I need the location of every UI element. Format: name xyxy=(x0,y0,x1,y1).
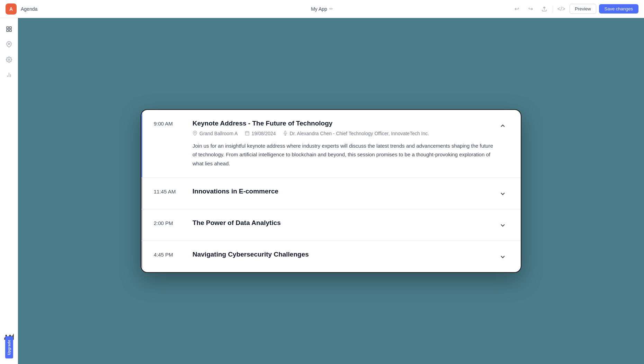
svg-point-6 xyxy=(8,59,10,60)
agenda-location-1: Grand Ballroom A xyxy=(193,131,238,137)
agenda-item-2: 11:45 AM Innovations in E-commerce xyxy=(141,178,521,209)
settings-icon xyxy=(6,57,12,64)
topbar-divider xyxy=(553,6,553,12)
agenda-card: 9:00 AM Keynote Address - The Future of … xyxy=(141,109,521,273)
agenda-meta-1: Grand Ballroom A 19/08/2024 xyxy=(193,131,497,137)
agenda-title-4: Navigating Cybersecurity Challenges xyxy=(193,251,497,258)
item-bar-3 xyxy=(141,209,142,241)
canvas: 9:00 AM Keynote Address - The Future of … xyxy=(18,18,644,364)
svg-point-5 xyxy=(8,43,10,45)
grid-icon xyxy=(6,26,12,34)
calendar-icon xyxy=(245,131,250,137)
agenda-toggle-1[interactable] xyxy=(497,120,508,131)
item-bar-1 xyxy=(141,110,142,178)
svg-rect-2 xyxy=(9,27,11,28)
sidebar-item-settings[interactable] xyxy=(3,54,15,67)
agenda-content-1: Keynote Address - The Future of Technolo… xyxy=(188,120,497,168)
code-button[interactable]: </> xyxy=(556,3,567,15)
item-bar-2 xyxy=(141,178,142,209)
sidebar-item-grid[interactable] xyxy=(3,24,15,36)
app-title: My App xyxy=(311,6,327,12)
publish-button[interactable] xyxy=(539,3,550,15)
agenda-time-3: 2:00 PM xyxy=(154,220,188,226)
svg-rect-3 xyxy=(7,29,8,31)
agenda-content-4: Navigating Cybersecurity Challenges xyxy=(188,251,497,262)
agenda-speaker-1: Dr. Alexandra Chen - Chief Technology Of… xyxy=(283,131,429,137)
agenda-description-1: Join us for an insightful keynote addres… xyxy=(193,141,497,168)
sidebar-upgrade[interactable]: Upgrade xyxy=(0,336,18,358)
save-button[interactable]: Save changes xyxy=(599,4,638,14)
svg-rect-1 xyxy=(7,27,8,28)
sidebar: Upgrade xyxy=(0,18,18,364)
app-title-area: My App ✏ xyxy=(311,6,333,12)
agenda-date-1: 19/08/2024 xyxy=(245,131,276,137)
speaker-text-1: Dr. Alexandra Chen - Chief Technology Of… xyxy=(290,131,429,136)
upgrade-badge[interactable]: Upgrade xyxy=(5,336,13,358)
agenda-time-1: 9:00 AM xyxy=(154,121,188,127)
app-logo: A xyxy=(6,3,17,15)
agenda-content-3: The Power of Data Analytics xyxy=(188,219,497,230)
agenda-toggle-2[interactable] xyxy=(497,188,508,199)
agenda-time-2: 11:45 AM xyxy=(154,189,188,194)
agenda-item-3: 2:00 PM The Power of Data Analytics xyxy=(141,209,521,241)
svg-point-11 xyxy=(194,132,196,133)
item-bar-4 xyxy=(141,241,142,272)
agenda-title-1: Keynote Address - The Future of Technolo… xyxy=(193,120,497,127)
agenda-time-4: 4:45 PM xyxy=(154,252,188,258)
svg-rect-12 xyxy=(245,131,249,135)
undo-button[interactable]: ↩ xyxy=(511,3,522,15)
edit-icon[interactable]: ✏ xyxy=(329,6,333,11)
topbar: A Agenda My App ✏ ↩ ↪ </> Preview Save c… xyxy=(0,0,644,18)
topbar-right: ↩ ↪ </> Preview Save changes xyxy=(511,3,638,15)
agenda-item-1: 9:00 AM Keynote Address - The Future of … xyxy=(141,110,521,178)
location-text-1: Grand Ballroom A xyxy=(199,131,238,136)
svg-rect-4 xyxy=(9,29,11,31)
agenda-title-2: Innovations in E-commerce xyxy=(193,188,497,195)
main-layout: Upgrade 9:00 AM Keynote Address - The Fu… xyxy=(0,18,644,364)
agenda-toggle-4[interactable] xyxy=(497,251,508,262)
sidebar-item-pin[interactable] xyxy=(3,39,15,51)
agenda-toggle-3[interactable] xyxy=(497,220,508,231)
mic-icon xyxy=(283,131,288,137)
agenda-content-2: Innovations in E-commerce xyxy=(188,188,497,199)
location-icon xyxy=(193,131,197,137)
chart-icon xyxy=(6,72,12,80)
agenda-title-3: The Power of Data Analytics xyxy=(193,219,497,227)
sidebar-item-chart[interactable] xyxy=(3,69,15,82)
date-text-1: 19/08/2024 xyxy=(252,131,276,136)
redo-button[interactable]: ↪ xyxy=(525,3,536,15)
pin-icon xyxy=(6,41,12,49)
preview-button[interactable]: Preview xyxy=(570,4,596,14)
app-label: Agenda xyxy=(21,6,37,12)
agenda-item-4: 4:45 PM Navigating Cybersecurity Challen… xyxy=(141,241,521,272)
